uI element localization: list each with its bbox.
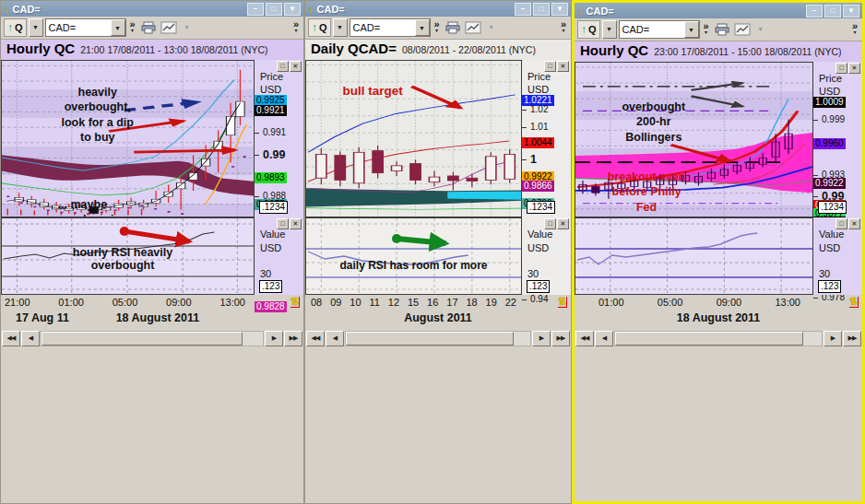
decimal-button[interactable]: .123	[818, 280, 841, 293]
decimal-button[interactable]: .123	[527, 280, 550, 293]
chart-icon[interactable]	[464, 19, 482, 36]
symbol-dropdown-button[interactable]: ▼	[684, 21, 699, 38]
scroll-far-right-button[interactable]: ▶▶	[284, 331, 302, 346]
maximize-button[interactable]: □	[824, 5, 841, 18]
red-arrow-right	[134, 150, 235, 152]
price-axis: □ ✕ Price USD 1.00090.9990.99600.9930.99…	[813, 62, 862, 217]
scrollbar-thumb[interactable]	[346, 332, 514, 346]
decimal-button[interactable]: .123	[259, 280, 282, 293]
scrollbar-track[interactable]	[345, 331, 531, 346]
window-title: CAD=	[317, 4, 514, 15]
quote-dropdown-button[interactable]: ▼	[333, 18, 348, 37]
price-chart-plot[interactable]: overbought 200-hr Bollingers breakout ev…	[575, 62, 813, 217]
panel-close-icon[interactable]: ✕	[848, 63, 860, 74]
scroll-far-left-button[interactable]: ◀◀	[2, 331, 20, 346]
scroll-far-right-button[interactable]: ▶▶	[843, 331, 861, 346]
maximize-button[interactable]: □	[533, 3, 550, 16]
panel-close-icon[interactable]: ✕	[848, 218, 860, 229]
value-axis: □ ✕ Value USD 30 .123	[813, 217, 862, 295]
quote-dropdown-button[interactable]: ▼	[29, 18, 43, 37]
scroll-far-left-button[interactable]: ◀◀	[306, 331, 325, 346]
symbol-combo[interactable]: CAD= ▼	[619, 20, 700, 39]
symbol-combo[interactable]: CAD= ▼	[350, 18, 431, 37]
panel-close-icon[interactable]: ✕	[290, 61, 302, 72]
panel-close-icon[interactable]: ✕	[557, 61, 569, 72]
scroll-far-right-button[interactable]: ▶▶	[551, 331, 570, 346]
print-icon[interactable]	[713, 21, 731, 38]
scroll-far-left-button[interactable]: ◀◀	[575, 331, 594, 346]
price-chart-plot[interactable]: bull target	[305, 60, 522, 217]
symbol-combo[interactable]: CAD= ▼	[45, 18, 126, 37]
panel-close-icon[interactable]: ✕	[290, 218, 302, 229]
print-icon[interactable]	[444, 19, 462, 36]
chart-window-hourly-left: ↓ CAD= − □ ▼ ↑ Q ▼ CAD= ▼ »▾ ▼	[0, 0, 304, 504]
symbol-dropdown-button[interactable]: ▼	[111, 19, 125, 36]
minimize-button[interactable]: −	[515, 3, 531, 16]
price-axis: □ ✕ Price USD 0.99250.99210.9910.990.989…	[255, 60, 303, 217]
x-axis-time-label: 01:00	[598, 297, 624, 308]
scrollbar-thumb[interactable]	[615, 332, 803, 346]
value-axis: □ ✕ Value USD 30 .123	[255, 217, 303, 295]
rsi-plot[interactable]: hourly RSI heavily overbought	[1, 217, 255, 295]
toolbar-more-button[interactable]: »▾	[852, 23, 858, 36]
toolbar: ↑ Q ▼ CAD= ▼ »▾ ▼ »▾	[575, 18, 862, 41]
scroll-left-button[interactable]: ◀	[595, 331, 613, 346]
symbol-value: CAD=	[620, 24, 684, 35]
green-line	[306, 208, 521, 210]
scroll-right-button[interactable]: ▶	[824, 331, 842, 346]
chart-header: Hourly QC 21:00 17/08/2011 - 13:00 18/08…	[1, 40, 303, 60]
toolbar-overflow-button[interactable]: »▾	[130, 21, 136, 34]
scrollbar-thumb[interactable]	[41, 332, 243, 346]
toolbar-overflow-button[interactable]: »▾	[434, 21, 440, 34]
toolbar-more-button[interactable]: »▾	[561, 21, 566, 34]
x-axis-time-label: 18	[466, 297, 477, 308]
titlebar[interactable]: ↓ CAD= − □ ▼	[305, 1, 571, 17]
scroll-right-button[interactable]: ▶	[265, 331, 283, 346]
x-axis-time-label: 15	[408, 297, 419, 308]
chart-icon[interactable]	[160, 19, 178, 36]
rsi-annotation: daily RSI has room for more	[319, 259, 508, 272]
window-menu-button[interactable]: ▼	[551, 3, 568, 16]
price-chart-svg	[306, 61, 521, 217]
x-axis-time-label: 11	[369, 297, 379, 308]
x-axis-time-label: 17	[446, 297, 457, 308]
x-axis-time-label: 21:00	[5, 297, 30, 308]
decimal-button[interactable]: .1234	[527, 201, 555, 214]
chart-dropdown-button[interactable]: ▼	[753, 20, 768, 39]
chart-icon[interactable]	[733, 21, 752, 38]
scrollbar-track[interactable]	[614, 331, 823, 346]
panel-close-icon[interactable]: ✕	[557, 218, 569, 229]
titlebar[interactable]: ↓ CAD= − □ ▼	[1, 1, 303, 17]
axis-label: Price	[527, 71, 551, 82]
symbol-dropdown-button[interactable]: ▼	[415, 19, 430, 36]
chart-date-range: 21:00 17/08/2011 - 13:00 18/08/2011 (NYC…	[80, 44, 267, 55]
x-axis-time-label: 01:00	[58, 297, 84, 308]
rsi-plot[interactable]	[575, 217, 813, 295]
chart-dropdown-button[interactable]: ▼	[484, 18, 499, 37]
price-chart-plot[interactable]: heavily overbought, look for a dip to bu…	[1, 60, 255, 217]
toolbar-overflow-button[interactable]: »▾	[704, 23, 709, 36]
window-menu-button[interactable]: ▼	[284, 3, 301, 16]
scrollbar-track[interactable]	[41, 331, 264, 346]
quote-button[interactable]: ↑ Q	[577, 20, 600, 39]
chart-dropdown-button[interactable]: ▼	[180, 18, 195, 37]
window-menu-button[interactable]: ▼	[843, 5, 859, 18]
scroll-right-button[interactable]: ▶	[532, 331, 551, 346]
chart-window-daily: ↓ CAD= − □ ▼ ↑ Q ▼ CAD= ▼ »▾ ▼	[304, 0, 572, 504]
print-icon[interactable]	[139, 19, 158, 36]
quote-dropdown-button[interactable]: ▼	[602, 20, 617, 39]
quote-button[interactable]: ↑ Q	[308, 18, 331, 37]
maximize-button[interactable]: □	[266, 3, 282, 16]
axis-currency: USD	[260, 242, 281, 253]
decimal-button[interactable]: .1234	[818, 201, 847, 214]
minimize-button[interactable]: −	[247, 3, 264, 16]
minimize-button[interactable]: −	[806, 5, 823, 18]
quote-button[interactable]: ↑ Q	[4, 18, 27, 37]
x-axis-time-label: 10	[350, 297, 361, 308]
scroll-left-button[interactable]: ◀	[326, 331, 344, 346]
titlebar[interactable]: ↓ CAD= − □ ▼	[575, 3, 862, 18]
toolbar-more-button[interactable]: »▾	[293, 21, 299, 34]
scroll-left-button[interactable]: ◀	[21, 331, 40, 346]
rsi-plot[interactable]: daily RSI has room for more	[305, 217, 522, 295]
decimal-button[interactable]: .1234	[259, 201, 288, 214]
